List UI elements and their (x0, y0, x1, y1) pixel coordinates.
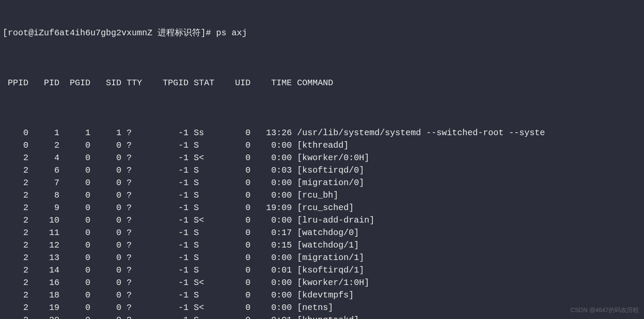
cell-tty: ? (121, 239, 147, 251)
cell-stat: S (189, 251, 220, 264)
cell-stat: S (189, 201, 220, 214)
terminal-output[interactable]: [root@iZuf6at4ih6u7gbg2vxumnZ 进程标识符]# ps… (0, 0, 644, 319)
cell-ppid: 0 (3, 139, 28, 152)
cell-command: [migration/1] (292, 251, 364, 264)
cell-stat: S (189, 289, 220, 301)
cell-pid: 18 (28, 289, 59, 301)
cell-uid: 0 (220, 301, 251, 314)
cell-command: [khungtaskd] (292, 314, 359, 319)
cell-tpgid: -1 (147, 264, 189, 276)
cell-pgid: 0 (59, 251, 90, 264)
cell-pid: 12 (28, 239, 59, 251)
cell-tpgid: -1 (147, 301, 189, 314)
process-row: 2400?-1S<00:00[kworker/0:0H] (3, 152, 641, 164)
cell-stat: S (189, 314, 220, 319)
cell-command: /usr/lib/systemd/systemd --switched-root… (292, 127, 545, 139)
cell-time: 0:00 (251, 289, 292, 301)
cell-pid: 16 (28, 276, 59, 289)
cell-tpgid: -1 (147, 251, 189, 264)
header-row: PPID PID PGID SID TTY TPGID STAT UID TIM… (3, 77, 641, 89)
cell-uid: 0 (220, 177, 251, 189)
cell-ppid: 2 (3, 201, 28, 214)
cell-pgid: 0 (59, 264, 90, 276)
process-row: 0111?-1Ss013:26/usr/lib/systemd/systemd … (3, 127, 641, 139)
process-row: 2600?-1S00:03[ksoftirqd/0] (3, 164, 641, 177)
cell-command: [watchdog/0] (292, 226, 359, 239)
cell-uid: 0 (220, 201, 251, 214)
cell-uid: 0 (220, 152, 251, 164)
cell-tpgid: -1 (147, 127, 189, 139)
cell-ppid: 2 (3, 177, 28, 189)
cell-ppid: 2 (3, 226, 28, 239)
cell-tty: ? (121, 164, 147, 177)
cell-pid: 8 (28, 189, 59, 201)
cell-tty: ? (121, 251, 147, 264)
cell-stat: S< (189, 214, 220, 226)
cell-pid: 14 (28, 264, 59, 276)
cell-pgid: 0 (59, 239, 90, 251)
process-row: 21600?-1S<00:00[kworker/1:0H] (3, 276, 641, 289)
cell-stat: S< (189, 152, 220, 164)
cell-ppid: 2 (3, 289, 28, 301)
cell-command: [kdevtmpfs] (292, 289, 354, 301)
cell-pgid: 0 (59, 226, 90, 239)
cell-uid: 0 (220, 239, 251, 251)
prompt-line: [root@iZuf6at4ih6u7gbg2vxumnZ 进程标识符]# ps… (3, 27, 641, 39)
cell-time: 0:01 (251, 264, 292, 276)
cell-tpgid: -1 (147, 314, 189, 319)
cell-pgid: 0 (59, 164, 90, 177)
cell-ppid: 2 (3, 301, 28, 314)
process-row: 21400?-1S00:01[ksoftirqd/1] (3, 264, 641, 276)
cell-command: [rcu_sched] (292, 201, 354, 214)
cell-pid: 11 (28, 226, 59, 239)
cell-pgid: 0 (59, 152, 90, 164)
cell-tpgid: -1 (147, 201, 189, 214)
col-header-tty: TTY (121, 77, 147, 89)
cell-sid: 0 (90, 201, 121, 214)
cell-tty: ? (121, 177, 147, 189)
cell-sid: 0 (90, 177, 121, 189)
cell-time: 19:09 (251, 201, 292, 214)
cell-uid: 0 (220, 189, 251, 201)
cell-tty: ? (121, 127, 147, 139)
watermark-text: CSDN @4647的码农历程 (570, 304, 639, 316)
cell-pgid: 0 (59, 177, 90, 189)
cell-uid: 0 (220, 264, 251, 276)
cell-time: 13:26 (251, 127, 292, 139)
cell-uid: 0 (220, 276, 251, 289)
cell-tpgid: -1 (147, 164, 189, 177)
cell-uid: 0 (220, 314, 251, 319)
process-row: 2800?-1S00:00[rcu_bh] (3, 189, 641, 201)
cell-sid: 0 (90, 289, 121, 301)
cell-tty: ? (121, 189, 147, 201)
cell-sid: 0 (90, 152, 121, 164)
process-row: 0200?-1S00:00[kthreadd] (3, 139, 641, 152)
cell-time: 0:00 (251, 214, 292, 226)
cell-time: 0:15 (251, 239, 292, 251)
cell-stat: S (189, 164, 220, 177)
cell-ppid: 2 (3, 164, 28, 177)
shell-prompt: [root@iZuf6at4ih6u7gbg2vxumnZ 进程标识符]# (3, 27, 216, 39)
cell-time: 0:00 (251, 301, 292, 314)
cell-command: [lru-add-drain] (292, 214, 375, 226)
process-row: 21100?-1S00:17[watchdog/0] (3, 226, 641, 239)
cell-ppid: 0 (3, 127, 28, 139)
cell-tpgid: -1 (147, 239, 189, 251)
cell-time: 0:00 (251, 276, 292, 289)
cell-ppid: 2 (3, 152, 28, 164)
cell-pid: 9 (28, 201, 59, 214)
col-header-tpgid: TPGID (147, 77, 189, 89)
cell-sid: 0 (90, 276, 121, 289)
cell-pid: 10 (28, 214, 59, 226)
cell-stat: S (189, 226, 220, 239)
cell-uid: 0 (220, 214, 251, 226)
col-header-sid: SID (90, 77, 121, 89)
cell-time: 0:00 (251, 139, 292, 152)
cell-tty: ? (121, 264, 147, 276)
cell-sid: 0 (90, 214, 121, 226)
process-row: 21200?-1S00:15[watchdog/1] (3, 239, 641, 251)
process-row: 2700?-1S00:00[migration/0] (3, 177, 641, 189)
cell-time: 0:17 (251, 226, 292, 239)
cell-sid: 0 (90, 301, 121, 314)
cell-pid: 13 (28, 251, 59, 264)
